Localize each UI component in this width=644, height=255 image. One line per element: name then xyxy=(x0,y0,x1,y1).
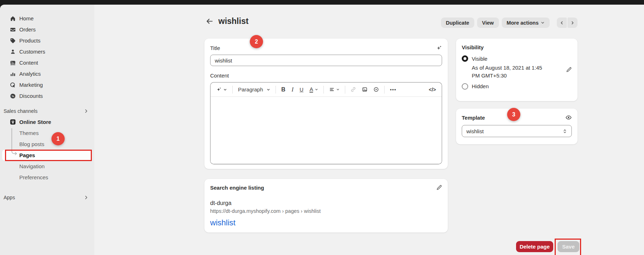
chevron-down-icon xyxy=(315,88,318,91)
select-updown-icon xyxy=(563,129,567,134)
sidebar-item-label: Navigation xyxy=(19,163,45,169)
sidebar-item-label: Analytics xyxy=(19,71,41,77)
radio-unselected-icon xyxy=(462,83,468,90)
sidebar-item-home[interactable]: Home xyxy=(2,13,91,24)
next-page-button[interactable] xyxy=(568,18,578,28)
orders-icon xyxy=(10,27,16,32)
visible-radio-option[interactable]: Visible xyxy=(462,55,572,62)
radio-selected-icon xyxy=(462,55,468,62)
sidebar-item-label: Blog posts xyxy=(19,141,44,147)
sidebar-item-label: Products xyxy=(19,38,40,44)
online-store-icon xyxy=(10,119,16,125)
save-button[interactable]: Save xyxy=(558,241,579,252)
align-icon xyxy=(329,87,335,92)
chevron-down-icon xyxy=(267,88,270,91)
sidebar-item-online-store[interactable]: Online Store xyxy=(2,116,91,128)
search-engine-listing-card: Search engine listing dt-durga https://d… xyxy=(204,179,448,232)
media-icon xyxy=(10,60,16,66)
sidebar-section-apps[interactable]: Apps xyxy=(0,192,94,203)
sidebar-item-content[interactable]: Content xyxy=(2,57,91,68)
sidebar-item-label: Customers xyxy=(19,49,45,55)
insert-link-button[interactable] xyxy=(350,86,357,93)
more-actions-button[interactable]: More actions xyxy=(502,18,550,28)
seo-site-name: dt-durga xyxy=(210,200,442,206)
seo-result-title-link[interactable]: wishlist xyxy=(210,218,442,228)
view-label: View xyxy=(482,20,494,26)
sidebar-item-label: Home xyxy=(19,15,34,21)
sidebar-item-label: Discounts xyxy=(19,93,43,99)
text-color-a-glyph: A xyxy=(309,86,313,92)
chevron-right-icon xyxy=(84,195,89,200)
paragraph-label: Paragraph xyxy=(238,86,263,92)
previous-page-button[interactable] xyxy=(557,18,567,28)
seo-breadcrumb-url: https://dt-durga.myshopify.com › pages ›… xyxy=(210,208,442,214)
sidebar-item-label: Pages xyxy=(19,152,35,158)
sidebar-item-label: Online Store xyxy=(19,119,51,125)
edit-pencil-icon[interactable] xyxy=(566,67,572,80)
alignment-button[interactable] xyxy=(328,86,340,93)
insert-image-button[interactable] xyxy=(361,86,368,93)
delete-page-button[interactable]: Delete page xyxy=(516,241,553,252)
chevron-right-icon xyxy=(84,109,89,114)
underline-button[interactable]: U xyxy=(299,86,304,93)
edit-pencil-icon[interactable] xyxy=(436,185,442,190)
chevron-down-icon xyxy=(223,88,227,91)
rich-text-editor: Paragraph B I U A xyxy=(210,82,442,164)
annotation-step-3: 3 xyxy=(507,108,520,121)
bar-chart-icon xyxy=(10,71,16,77)
tree-connector-line xyxy=(9,128,19,158)
sidebar-item-preferences[interactable]: Preferences xyxy=(2,172,91,183)
annotation-step-1: 1 xyxy=(51,132,65,145)
more-options-icon[interactable]: ••• xyxy=(389,86,397,93)
ai-sparkle-icon[interactable] xyxy=(436,45,442,51)
toolbar-divider xyxy=(276,86,276,94)
sidebar-item-label: Themes xyxy=(19,130,39,136)
text-color-button[interactable]: A xyxy=(309,86,319,93)
duplicate-button[interactable]: Duplicate xyxy=(441,18,474,28)
bold-button[interactable]: B xyxy=(281,86,286,94)
image-icon xyxy=(362,87,367,92)
toolbar-divider xyxy=(384,86,385,94)
view-button[interactable]: View xyxy=(477,18,499,28)
home-icon xyxy=(10,16,16,21)
sidebar-item-analytics[interactable]: Analytics xyxy=(2,68,91,79)
page-details-card: Title Content Paragraph B xyxy=(204,39,448,169)
back-arrow-icon[interactable] xyxy=(206,18,213,25)
person-icon xyxy=(10,49,16,55)
italic-button[interactable]: I xyxy=(291,85,294,94)
sidebar-item-orders[interactable]: Orders xyxy=(2,24,91,35)
show-html-button[interactable]: </> xyxy=(428,86,437,93)
visible-date-note: As of August 18, 2021 at 1:45 PM GMT+5:3… xyxy=(472,64,548,80)
hidden-radio-option[interactable]: Hidden xyxy=(462,83,572,90)
sidebar-section-sales-channels[interactable]: Sales channels xyxy=(0,106,94,116)
toolbar-divider xyxy=(323,86,324,94)
ai-assist-button[interactable] xyxy=(216,86,228,93)
sidebar-item-customers[interactable]: Customers xyxy=(2,46,91,57)
insert-video-button[interactable] xyxy=(373,86,380,93)
seo-card-heading: Search engine listing xyxy=(210,185,264,191)
eye-icon[interactable] xyxy=(565,114,572,121)
visible-label: Visible xyxy=(472,56,487,62)
sidebar-item-navigation[interactable]: Navigation xyxy=(2,161,91,172)
ai-sparkle-icon xyxy=(216,87,222,92)
toolbar-divider xyxy=(232,86,233,94)
template-select[interactable]: wishlist xyxy=(462,125,572,137)
template-selected-value: wishlist xyxy=(466,128,484,134)
top-black-bar xyxy=(0,0,644,5)
paragraph-style-dropdown[interactable]: Paragraph xyxy=(237,86,271,93)
sidebar-item-label: Preferences xyxy=(19,174,48,180)
title-input[interactable] xyxy=(210,55,442,66)
sidebar-item-label: Content xyxy=(19,60,38,66)
play-circle-icon xyxy=(373,87,379,92)
sidebar-item-marketing[interactable]: Marketing xyxy=(2,79,91,90)
content-editor-area[interactable] xyxy=(210,97,442,164)
toolbar-divider xyxy=(345,86,345,94)
more-actions-label: More actions xyxy=(507,20,539,26)
chevron-down-icon xyxy=(336,88,340,91)
sidebar: Home Orders Products Customers Content A… xyxy=(0,5,94,255)
chevron-down-icon xyxy=(541,21,545,25)
page-title: wishlist xyxy=(218,16,248,26)
content-field-label: Content xyxy=(210,72,229,79)
sidebar-item-discounts[interactable]: % Discounts xyxy=(2,90,91,101)
sidebar-item-products[interactable]: Products xyxy=(2,35,91,46)
